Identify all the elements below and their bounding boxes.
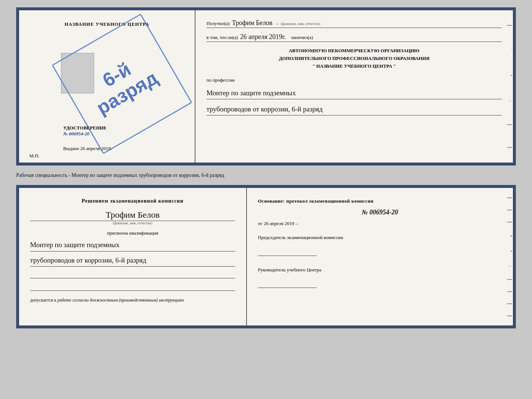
side-char-b1: и (507, 234, 512, 238)
side-line-b1 (507, 197, 512, 198)
dopusk-label: допускается к (30, 298, 56, 303)
stamp-text: 6-йразряд (83, 49, 161, 119)
bottom-person-name: Трофим Белов (30, 210, 235, 221)
side-char-3: ← (507, 99, 512, 103)
udost-label: УДОСТОВЕРЕНИЕ (63, 125, 107, 131)
side-line-b5 (507, 291, 512, 292)
side-line-3 (507, 147, 512, 148)
middle-text: Рабочая специальность - Монтер по защите… (16, 170, 516, 181)
cert-left-panel: НАЗВАНИЕ УЧЕБНОГО ЦЕНТРА 6-йразряд УДОСТ… (19, 10, 195, 163)
side-line-b7 (507, 316, 512, 316)
ot-date: 26 апреля 2019 (264, 221, 294, 227)
profession-line2: трубопроводов от коррозии, 6-й разряд (206, 104, 502, 115)
org-block: АВТОНОМНУЮ НЕКОММЕРЧЕСКУЮ ОРГАНИЗАЦИЮ ДО… (206, 47, 502, 70)
recipient-row: Получил(а) Трофим Белов – (фамилия, имя,… (206, 19, 502, 28)
bottom-person-sub: (фамилия, имя, отчество) (30, 221, 235, 225)
osnov-label: Основание: протокол экзаменационной коми… (258, 198, 502, 204)
ot-date-row: от 26 апреля 2019 – (258, 221, 502, 227)
decision-label: Решением экзаменационной комиссии (30, 198, 235, 204)
profession-label: по профессии (206, 77, 502, 83)
photo-placeholder (61, 53, 94, 93)
school-name-label: НАЗВАНИЕ УЧЕБНОГО ЦЕНТРА (65, 21, 150, 27)
org-line3: " НАЗВАНИЕ УЧЕБНОГО ЦЕНТРА " (206, 63, 502, 70)
date-value: 26 апреля 2019г. (240, 33, 286, 41)
side-line-b6 (507, 303, 512, 304)
side-line-b2 (507, 210, 512, 210)
dopusk-text: работе согласно должностным (производств… (57, 298, 184, 303)
cert-bottom-right: Основание: протокол экзаменационной коми… (247, 188, 513, 325)
middle-text-content: Рабочая специальность - Монтер по защите… (16, 172, 224, 178)
profession-line1: Монтер по защите подземных (206, 88, 502, 99)
top-certificate: НАЗВАНИЕ УЧЕБНОГО ЦЕНТРА 6-йразряд УДОСТ… (16, 7, 516, 165)
side-line-b4 (507, 279, 512, 280)
bottom-profession-line1: Монтер по защите подземных (30, 240, 235, 252)
org-line1: АВТОНОМНУЮ НЕКОММЕРЧЕСКУЮ ОРГАНИЗАЦИЮ (206, 47, 502, 55)
protocol-number: № 006954-20 (258, 209, 502, 216)
date-label: в том, что он(а) (206, 35, 238, 40)
side-char-2: а (507, 73, 512, 77)
ot-label: от (258, 221, 262, 227)
rukevod-sign-line (258, 279, 317, 288)
mp-label: М.П. (29, 153, 39, 159)
side-line-1 (507, 25, 512, 26)
predsed-label: Председатель экзаменационной комиссии (258, 234, 502, 241)
org-line2: ДОПОЛНИТЕЛЬНОГО ПРОФЕССИОНАЛЬНОГО ОБРАЗО… (206, 55, 502, 63)
recipient-label: Получил(а) (206, 21, 230, 26)
rukevod-label: Руководитель учебного Центра (258, 266, 502, 274)
side-line-b3 (507, 222, 512, 222)
side-lines-top: – а ← (506, 10, 513, 163)
cert-bottom-left: Решением экзаменационной комиссии Трофим… (19, 188, 247, 325)
blank-line-2 (30, 284, 235, 291)
vydan-block: Выдано 26 апреля 2019 (63, 146, 111, 152)
finished-label: окончил(а) (291, 35, 313, 40)
vydan-date: 26 апреля 2019 (80, 146, 111, 151)
bottom-certificate: Решением экзаменационной комиссии Трофим… (16, 185, 516, 328)
date-row: в том, что он(а) 26 апреля 2019г. окончи… (206, 33, 502, 42)
side-char-b3: ← (507, 264, 512, 268)
side-char-b2: а (507, 249, 512, 253)
side-lines-bottom: и а ← (506, 188, 513, 325)
vydan-label: Выдано (63, 146, 79, 151)
udost-number: № 006954-20 (63, 131, 89, 136)
udost-block: УДОСТОВЕРЕНИЕ № 006954-20 (63, 125, 107, 137)
predsed-sign-line (258, 247, 317, 256)
blank-line-1 (30, 271, 235, 278)
bottom-profession-line2: трубопроводов от коррозии, 6-й разряд (30, 255, 235, 267)
side-line-2 (507, 124, 512, 125)
assigned-label: присвоена квалификация (30, 230, 235, 236)
recipient-name: Трофим Белов (232, 19, 272, 27)
side-char-1: – (507, 47, 512, 51)
cert-right-panel: Получил(а) Трофим Белов – (фамилия, имя,… (195, 10, 513, 163)
ot-dash: – (296, 221, 298, 227)
dopusk-block: допускается к работе согласно должностны… (30, 298, 235, 303)
recipient-sub: (фамилия, имя, отчество) (281, 22, 320, 26)
